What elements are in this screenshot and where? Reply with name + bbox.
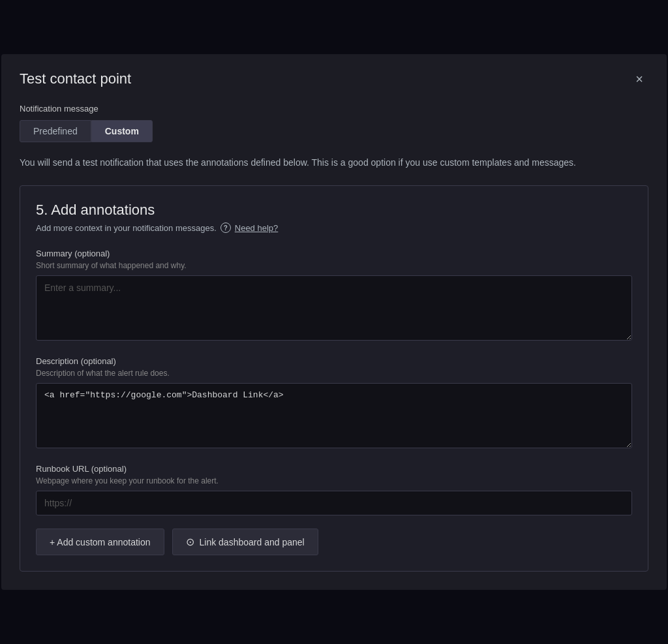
- custom-description-text: You will send a test notification that u…: [20, 155, 648, 170]
- annotations-title: 5. Add annotations: [36, 202, 632, 219]
- modal-header: Test contact point ×: [20, 70, 648, 88]
- description-field-group: Description (optional) Description of wh…: [36, 356, 632, 451]
- annotations-subtitle: Add more context in your notification me…: [36, 222, 632, 233]
- description-textarea[interactable]: <a href="https://google.com">Dashboard L…: [36, 383, 632, 448]
- tab-predefined[interactable]: Predefined: [20, 120, 91, 142]
- summary-hint: Short summary of what happened and why.: [36, 261, 632, 270]
- link-dashboard-label: Link dashboard and panel: [200, 537, 305, 547]
- need-help-link[interactable]: Need help?: [235, 223, 279, 233]
- summary-field-group: Summary (optional) Short summary of what…: [36, 249, 632, 343]
- notification-message-section: Notification message Predefined Custom: [20, 104, 648, 142]
- link-dashboard-button[interactable]: ⊙ Link dashboard and panel: [172, 529, 318, 555]
- runbook-input[interactable]: [36, 491, 632, 515]
- annotations-subtitle-text: Add more context in your notification me…: [36, 223, 217, 233]
- close-button[interactable]: ×: [630, 70, 648, 88]
- modal-overlay: Test contact point × Notification messag…: [0, 0, 668, 644]
- modal-dialog: Test contact point × Notification messag…: [1, 54, 667, 590]
- notification-message-label: Notification message: [20, 104, 648, 114]
- description-label: Description (optional): [36, 356, 632, 366]
- annotations-panel: 5. Add annotations Add more context in y…: [20, 185, 648, 572]
- runbook-label: Runbook URL (optional): [36, 464, 632, 474]
- runbook-hint: Webpage where you keep your runbook for …: [36, 476, 632, 485]
- modal-title: Test contact point: [20, 70, 131, 87]
- description-hint: Description of what the alert rule does.: [36, 369, 632, 378]
- help-icon: ?: [220, 222, 231, 233]
- add-annotation-label: + Add custom annotation: [50, 537, 151, 547]
- tab-custom[interactable]: Custom: [91, 120, 153, 142]
- message-type-tabs: Predefined Custom: [20, 120, 648, 142]
- action-buttons: + Add custom annotation ⊙ Link dashboard…: [36, 529, 632, 555]
- link-dashboard-icon: ⊙: [186, 536, 194, 548]
- summary-textarea[interactable]: [36, 275, 632, 341]
- add-custom-annotation-button[interactable]: + Add custom annotation: [36, 529, 164, 555]
- close-icon: ×: [635, 72, 643, 85]
- summary-label: Summary (optional): [36, 249, 632, 258]
- runbook-field-group: Runbook URL (optional) Webpage where you…: [36, 464, 632, 515]
